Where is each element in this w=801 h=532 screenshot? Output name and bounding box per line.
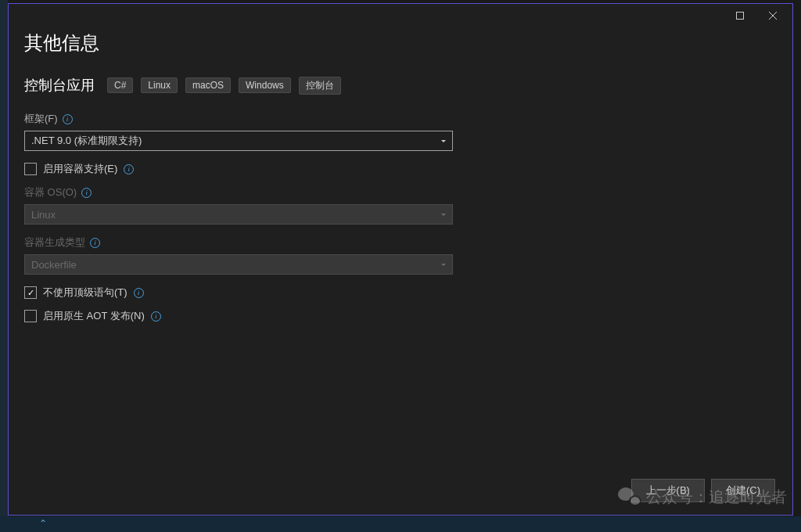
chevron-down-icon [441, 214, 446, 216]
page-title: 其他信息 [24, 31, 777, 56]
info-icon[interactable]: i [81, 188, 92, 198]
editor-bottom-strip: ⌃ [0, 516, 801, 532]
maximize-icon [736, 12, 744, 20]
chevron-down-icon [441, 264, 446, 266]
aot-publish-checkbox[interactable] [24, 310, 37, 322]
back-button[interactable]: 上一步(B) [631, 479, 705, 502]
info-icon[interactable]: i [90, 238, 100, 248]
close-icon [769, 12, 777, 20]
svg-rect-0 [737, 13, 744, 20]
framework-select[interactable]: .NET 9.0 (标准期限支持) [24, 131, 453, 151]
tag-macos: macOS [185, 77, 231, 93]
create-button[interactable]: 创建(C) [711, 479, 775, 502]
framework-label: 框架(F) [24, 112, 58, 126]
tag-csharp: C# [107, 77, 133, 93]
container-support-checkbox[interactable] [24, 163, 37, 175]
info-icon[interactable]: i [151, 311, 161, 322]
container-build-type-group: 容器生成类型 i Dockerfile [24, 235, 777, 275]
no-toplevel-checkbox[interactable] [24, 286, 37, 299]
chevron-icon: ⌃ [39, 518, 47, 529]
subtitle: 控制台应用 [24, 76, 95, 95]
aot-publish-label[interactable]: 启用原生 AOT 发布(N) [43, 309, 145, 323]
tag-windows: Windows [239, 77, 291, 93]
tag-console: 控制台 [299, 77, 341, 95]
info-icon[interactable]: i [124, 164, 134, 174]
info-icon[interactable]: i [63, 114, 73, 124]
container-os-label: 容器 OS(O) [24, 185, 77, 200]
no-toplevel-label[interactable]: 不使用顶级语句(T) [43, 286, 128, 300]
container-build-type-label: 容器生成类型 [24, 235, 85, 250]
container-build-type-select: Dockerfile [24, 254, 453, 275]
close-button[interactable] [756, 5, 789, 27]
chevron-down-icon [441, 140, 446, 142]
maximize-button[interactable] [724, 5, 756, 27]
titlebar [9, 4, 792, 27]
additional-info-dialog: 其他信息 控制台应用 C# Linux macOS Windows 控制台 框架… [8, 3, 793, 516]
container-os-value: Linux [31, 209, 56, 221]
editor-left-edge [0, 0, 8, 516]
container-build-type-value: Dockerfile [31, 259, 77, 271]
tag-linux: Linux [141, 77, 178, 93]
container-support-label[interactable]: 启用容器支持(E) [43, 162, 117, 176]
container-os-group: 容器 OS(O) i Linux [24, 185, 777, 225]
dialog-content: 其他信息 控制台应用 C# Linux macOS Windows 控制台 框架… [9, 27, 792, 466]
container-support-row: 启用容器支持(E) i [24, 162, 777, 176]
info-icon[interactable]: i [134, 288, 144, 298]
container-os-select: Linux [24, 204, 453, 225]
dialog-footer: 上一步(B) 创建(C) [9, 466, 792, 515]
framework-group: 框架(F) i .NET 9.0 (标准期限支持) [24, 112, 777, 151]
subtitle-row: 控制台应用 C# Linux macOS Windows 控制台 [24, 76, 777, 95]
framework-value: .NET 9.0 (标准期限支持) [31, 134, 142, 148]
aot-publish-row: 启用原生 AOT 发布(N) i [24, 309, 777, 323]
no-toplevel-row: 不使用顶级语句(T) i [24, 286, 777, 300]
